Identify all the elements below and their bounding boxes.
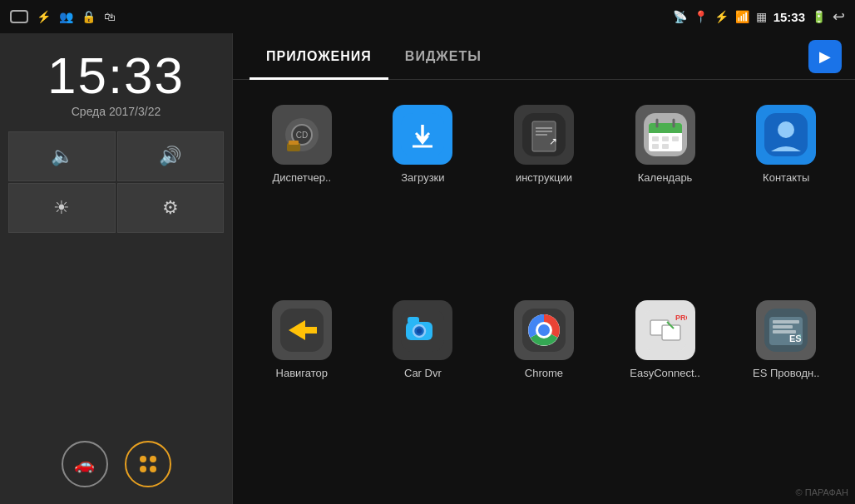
svg-rect-29: [652, 144, 659, 149]
chrome-label: Chrome: [525, 367, 563, 379]
tab-applications[interactable]: ПРИЛОЖЕНИЯ: [250, 33, 388, 80]
svg-rect-30: [662, 144, 669, 149]
equalizer-icon: ⚙: [162, 197, 179, 219]
svg-rect-49: [662, 325, 680, 340]
left-panel: 15:33 Среда 2017/3/22 🔈 🔊 ☀ ⚙ 🚗: [0, 33, 233, 504]
lock-icon: 🔒: [82, 10, 96, 23]
app-contacts[interactable]: Контакты: [725, 96, 847, 292]
svg-point-3: [150, 466, 156, 472]
store-button[interactable]: ▶: [808, 40, 842, 73]
app-grid: CD Диспетчер.. Загрузки: [233, 80, 855, 504]
home-icon: [10, 10, 28, 23]
brightness-icon: ☀: [53, 197, 70, 219]
app-chrome[interactable]: Chrome: [483, 292, 605, 487]
bag-icon: 🛍: [104, 10, 116, 23]
status-right-icons: 📡 📍 ⚡ 📶 ▦ 15:33 🔋 ↩: [673, 7, 845, 26]
cardvr-icon: [393, 300, 452, 360]
app-easyconnect[interactable]: PRO EasyConnect..: [605, 292, 726, 487]
app-es[interactable]: ES 3 ES Проводн..: [725, 292, 847, 487]
app-calendar[interactable]: Календарь: [605, 96, 726, 292]
people-icon: 👥: [59, 10, 73, 23]
instructions-label: инструкции: [516, 171, 572, 184]
volume-low-icon: 🔈: [51, 146, 73, 167]
volume-low-btn[interactable]: 🔈: [8, 131, 116, 181]
downloads-icon: [393, 105, 452, 165]
svg-text:CD: CD: [296, 131, 308, 140]
watermark: © ПАРАФАН: [796, 487, 848, 497]
dispatcher-icon: CD: [272, 105, 332, 165]
right-panel: ПРИЛОЖЕНИЯ ВИДЖЕТЫ ▶ CD Диспетчер..: [233, 33, 855, 504]
svg-point-32: [778, 121, 794, 138]
svg-rect-37: [408, 317, 419, 324]
navigator-icon: [272, 300, 332, 360]
location-icon: 📍: [694, 10, 708, 23]
svg-rect-27: [662, 136, 669, 141]
instructions-icon: ↗: [514, 105, 574, 165]
easyconnect-label: EasyConnect..: [630, 367, 700, 379]
calendar-icon: [635, 105, 695, 165]
clock-display: 15:33: [47, 50, 185, 101]
bluetooth-icon: ⚡: [714, 10, 729, 23]
car-icon: 🚗: [74, 454, 95, 474]
downloads-label: Загрузки: [401, 171, 444, 184]
usb-icon: ⚡: [37, 10, 51, 23]
status-time: 15:33: [773, 10, 805, 24]
svg-point-39: [417, 329, 422, 334]
play-store-icon: ▶: [819, 47, 831, 66]
app-instructions[interactable]: ↗ инструкции: [483, 96, 605, 292]
svg-point-2: [140, 466, 146, 472]
signal-icon: 📶: [735, 10, 749, 23]
tabs-container: ПРИЛОЖЕНИЯ ВИДЖЕТЫ ▶: [233, 33, 855, 80]
dispatcher-label: Диспетчер..: [272, 171, 331, 184]
svg-rect-23: [649, 128, 682, 133]
cardvr-label: Car Dvr: [404, 367, 442, 379]
brightness-btn[interactable]: ☀: [8, 183, 116, 233]
quick-controls: 🔈 🔊 ☀ ⚙: [8, 131, 224, 233]
svg-point-0: [140, 456, 146, 462]
network-icon: ▦: [756, 10, 767, 23]
svg-rect-26: [652, 136, 659, 141]
contacts-icon: [756, 105, 816, 165]
apps-grid-icon: [136, 452, 160, 476]
car-button[interactable]: 🚗: [62, 441, 108, 487]
equalizer-btn[interactable]: ⚙: [117, 183, 225, 233]
status-bar: ⚡ 👥 🔒 🛍 📡 📍 ⚡ 📶 ▦ 15:33 🔋 ↩: [0, 0, 855, 33]
bottom-controls: 🚗: [62, 441, 171, 496]
svg-point-1: [150, 456, 156, 462]
navigator-label: Навигатор: [276, 367, 328, 379]
app-cardvr[interactable]: Car Dvr: [363, 292, 484, 487]
app-downloads[interactable]: Загрузки: [363, 96, 484, 292]
svg-text:↗: ↗: [549, 136, 557, 147]
app-dispatcher[interactable]: CD Диспетчер..: [241, 96, 363, 292]
status-left-icons: ⚡ 👥 🔒 🛍: [10, 10, 116, 23]
svg-text:3: 3: [798, 333, 802, 340]
contacts-label: Контакты: [763, 171, 809, 184]
volume-high-btn[interactable]: 🔊: [117, 131, 225, 181]
svg-rect-55: [773, 325, 793, 329]
svg-rect-28: [672, 136, 679, 141]
easyconnect-icon: PRO: [635, 300, 695, 360]
svg-rect-54: [773, 320, 799, 324]
tab-widgets[interactable]: ВИДЖЕТЫ: [388, 33, 498, 80]
back-icon[interactable]: ↩: [833, 7, 845, 26]
battery-icon: 🔋: [812, 10, 826, 23]
app-navigator[interactable]: Навигатор: [241, 292, 363, 487]
svg-text:PRO: PRO: [675, 314, 687, 322]
svg-point-46: [538, 324, 550, 336]
es-label: ES Проводн..: [753, 367, 819, 379]
apps-button[interactable]: [125, 441, 171, 487]
volume-high-icon: 🔊: [159, 146, 181, 167]
svg-rect-8: [289, 141, 299, 145]
calendar-label: Календарь: [638, 171, 693, 184]
date-display: Среда 2017/3/22: [72, 105, 161, 118]
chrome-icon: [514, 300, 574, 360]
cast-icon: 📡: [673, 10, 687, 23]
es-icon: ES 3: [756, 300, 816, 360]
